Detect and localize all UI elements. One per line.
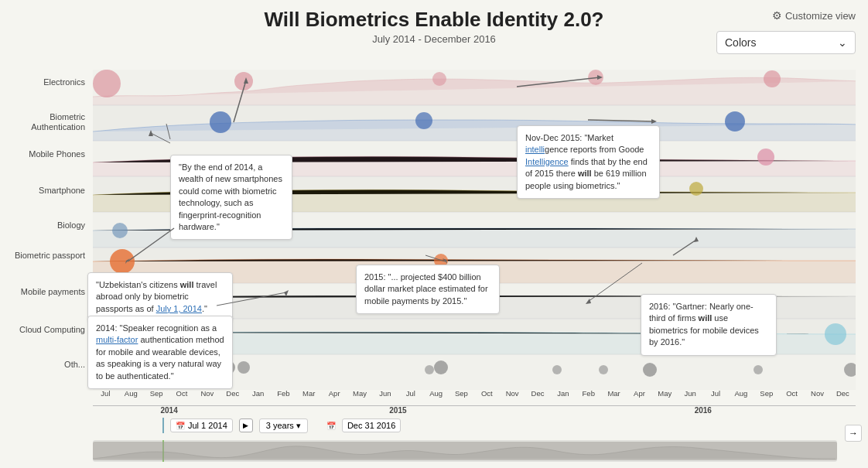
bubble-bio-auth-3[interactable] [725,111,745,132]
annotation-speaker-recognition: 2014: "Speaker recognition as a multi-fa… [87,316,233,389]
colors-dropdown[interactable]: Colors ⌄ [716,31,856,54]
y-label-other: Oth... [0,360,85,370]
bubble-electronics-1[interactable] [93,70,121,97]
forward-arrow-button[interactable]: → [845,425,862,442]
customize-view-button[interactable]: ⚙ Customize view [772,9,856,22]
annotation-market-intelligence: Nov-Dec 2015: "Market intelligence repor… [517,125,660,199]
y-label-cloud-computing: Cloud Computing [0,325,85,335]
other-dot-12 [434,360,448,374]
year-2014: 2014 [93,405,245,416]
year-labels: 2014 2015 2016 [93,405,856,416]
bubble-smartphone-2[interactable] [689,182,703,196]
annotation-gartner: 2016: "Gartner: Nearly one-third of firm… [641,294,777,356]
y-label-biometric-auth: Biometric Authentication [0,112,85,132]
y-label-mobile-phones: Mobile Phones [0,149,85,159]
controls-bar: 📅 Jul 1 2014 ▶ 3 years ▾ 📅 Dec 31 2016 [93,417,837,434]
main-container: Will Biometrics Enable Identity 2.0? Jul… [0,0,868,468]
other-dot-15 [643,363,657,377]
bubble-bio-auth-1[interactable] [210,111,231,133]
annotation-400-billion: 2015: "... projected $400 billion dollar… [356,265,500,314]
scrollbar-container[interactable] [93,440,837,462]
play-icon: ▶ [243,422,248,429]
duration-label: 3 years [266,421,294,430]
y-label-biometric-passport: Biometric passport [0,251,85,261]
other-dot-13 [552,365,562,374]
bubble-electronics-2[interactable] [234,72,253,91]
other-dot-16 [754,365,763,374]
bubble-electronics-3[interactable] [432,72,446,86]
bubble-biology-1[interactable] [112,223,128,238]
bubble-biometric-passport-1[interactable] [110,249,135,274]
colors-label: Colors [725,36,756,49]
other-dot-10 [238,361,250,374]
bubble-bio-auth-2[interactable] [415,112,432,129]
annotation-uzbekistan: "Uzbekistan's citizens will travel abroa… [87,272,233,322]
other-dot-11 [425,365,434,374]
chevron-icon: ▾ [296,421,301,430]
start-marker [162,418,164,433]
year-2015: 2015 [245,405,550,416]
bubble-electronics-5[interactable] [764,70,781,87]
y-label-electronics: Electronics [0,77,85,87]
duration-pill[interactable]: 3 years ▾ [259,418,308,433]
y-label-smartphone: Smartphone [0,186,85,196]
main-title: Will Biometrics Enable Identity 2.0? [0,8,868,32]
bubble-electronics-4[interactable] [588,70,603,85]
end-date-pill[interactable]: Dec 31 2016 [342,418,401,432]
end-date-label: Dec 31 2016 [347,421,395,430]
annotation-smartphones: "By the end of 2014, a wealth of new sma… [170,155,292,240]
customize-view-label: Customize view [785,10,856,22]
y-label-mobile-payments: Mobile payments [0,287,85,297]
start-date-pill[interactable]: 📅 Jul 1 2014 [170,418,233,432]
chevron-down-icon: ⌄ [838,36,847,49]
calendar-icon-2: 📅 [326,422,336,430]
scrollbar-thumb[interactable] [93,442,837,460]
forward-icon: → [849,428,858,439]
gear-icon: ⚙ [772,9,782,22]
timeline-months: Jul Aug Sep Oct Nov Dec Jan Feb Mar Apr … [93,389,856,406]
bubble-cloud-1[interactable] [825,323,846,345]
calendar-icon: 📅 [176,422,185,430]
chart-area: Electronics Biometric Authentication Mob… [0,70,868,391]
bubble-mobile-phones-2[interactable] [757,149,774,166]
year-2016: 2016 [551,405,856,416]
other-dot-14 [599,365,608,374]
y-axis-labels: Electronics Biometric Authentication Mob… [0,70,93,391]
play-button[interactable]: ▶ [239,418,253,432]
y-label-biology: Biology [0,220,85,231]
start-date-label: Jul 1 2014 [188,421,227,430]
